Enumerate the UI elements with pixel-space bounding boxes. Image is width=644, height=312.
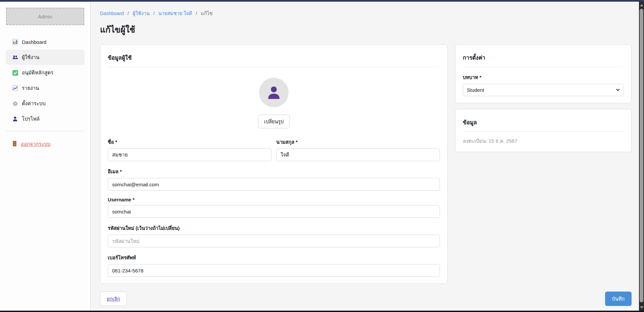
user-info-card-title: ข้อมูลผู้ใช้	[108, 51, 440, 67]
breadcrumb-separator: /	[153, 11, 155, 16]
brand-placeholder: Admin	[6, 8, 84, 25]
line-chart-icon	[12, 85, 18, 91]
scroll-down-arrow-icon[interactable]	[639, 305, 644, 310]
vertical-scrollbar[interactable]	[639, 2, 644, 311]
last-name-label: นามสกุล *	[276, 138, 440, 146]
role-select[interactable]: Student	[463, 84, 624, 96]
last-name-field[interactable]	[276, 148, 440, 161]
scrollbar-thumb[interactable]	[640, 9, 643, 302]
sidebar-item-label: ผู้ใช้งาน	[22, 53, 39, 61]
registered-date-text: ลงทะเบียน: 15 ธ.ค. 2567	[463, 137, 624, 145]
breadcrumb-link-users[interactable]: ผู้ใช้งาน	[133, 11, 150, 16]
sidebar-divider	[6, 131, 84, 131]
top-window-bar	[0, 0, 644, 2]
settings-card: การตั้งค่า บทบาท * Student	[455, 44, 632, 103]
breadcrumb-link-user-name[interactable]: นายสมชาย ใจดี	[158, 11, 192, 16]
info-card-title: ข้อมูล	[463, 116, 624, 131]
sidebar-item-dashboard[interactable]: Dashboard	[6, 34, 85, 50]
sidebar-item-course-approval[interactable]: อนุมัติหลักสูตร	[6, 65, 85, 80]
page-title: แก้ไขผู้ใช้	[100, 23, 639, 36]
gear-icon	[12, 101, 18, 107]
phone-field[interactable]	[108, 264, 440, 277]
logout-label: ออกจากระบบ	[21, 140, 51, 148]
scroll-up-arrow-icon[interactable]	[639, 2, 644, 8]
username-field[interactable]	[108, 205, 440, 218]
role-label: บทบาท *	[463, 73, 624, 81]
new-password-label: รหัสผ่านใหม่ (เว้นว่างถ้าไม่เปลี่ยน)	[108, 224, 440, 232]
email-label: อีเมล *	[108, 168, 440, 175]
first-name-label: ชื่อ *	[108, 138, 271, 146]
door-icon	[12, 141, 17, 148]
email-field[interactable]	[108, 178, 440, 191]
sidebar-item-users[interactable]: ผู้ใช้งาน	[6, 50, 85, 65]
sidebar-nav: Dashboard ผู้ใช้งาน อนุมัติหลักสูตร รายง…	[0, 34, 90, 127]
users-icon	[12, 54, 18, 60]
settings-card-title: การตั้งค่า	[463, 51, 624, 67]
new-password-field[interactable]	[108, 235, 440, 247]
phone-label: เบอร์โทรศัพท์	[108, 254, 440, 261]
check-icon	[12, 70, 18, 76]
username-label: Username *	[108, 197, 440, 202]
sidebar-item-reports[interactable]: รายงาน	[6, 80, 85, 96]
breadcrumb-current: แก้ไข	[201, 11, 212, 16]
breadcrumb-separator: /	[128, 11, 129, 16]
sidebar-item-system-settings[interactable]: ตั้งค่าระบบ	[6, 96, 85, 111]
sidebar: Admin Dashboard ผู้ใช้งาน อนุมัติหลักสูต…	[0, 2, 91, 311]
sidebar-item-label: รายงาน	[22, 84, 39, 92]
breadcrumb-link-dashboard[interactable]: Dashboard	[100, 11, 124, 16]
change-photo-button[interactable]: เปลี่ยนรูป	[258, 115, 290, 128]
first-name-field[interactable]	[108, 148, 271, 161]
breadcrumb-separator: /	[196, 11, 197, 16]
card-divider	[463, 131, 624, 132]
bar-chart-icon	[12, 39, 18, 45]
sidebar-item-label: ตั้งค่าระบบ	[22, 100, 46, 108]
save-button[interactable]: บันทึก	[605, 292, 632, 306]
person-icon	[12, 116, 18, 122]
sidebar-item-profile[interactable]: โปรไฟล์	[6, 111, 85, 127]
info-card: ข้อมูล ลงทะเบียน: 15 ธ.ค. 2567	[455, 109, 632, 152]
sidebar-item-label: โปรไฟล์	[22, 115, 40, 123]
avatar	[259, 78, 289, 107]
main-content: Dashboard / ผู้ใช้งาน / นายสมชาย ใจดี / …	[91, 2, 639, 311]
person-silhouette-icon	[266, 85, 282, 100]
card-divider	[108, 67, 440, 67]
user-info-card: ข้อมูลผู้ใช้ เปลี่ยนรูป ชื่อ * นามสกุล *	[100, 44, 448, 284]
logout-button[interactable]: ออกจากระบบ	[6, 137, 85, 151]
bottom-window-bar	[0, 311, 644, 312]
breadcrumb: Dashboard / ผู้ใช้งาน / นายสมชาย ใจดี / …	[100, 9, 639, 17]
cancel-button[interactable]: ยกเลิก	[100, 292, 127, 306]
brand-label: Admin	[38, 14, 52, 19]
sidebar-item-label: Dashboard	[22, 39, 46, 45]
sidebar-item-label: อนุมัติหลักสูตร	[22, 69, 53, 77]
card-divider	[463, 67, 624, 67]
